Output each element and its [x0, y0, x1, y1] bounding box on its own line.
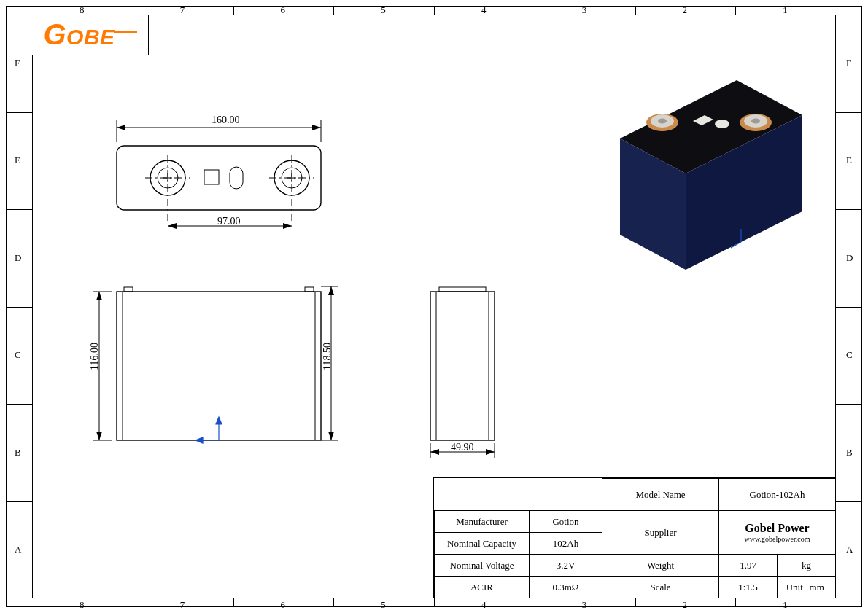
svg-rect-19: [230, 167, 243, 189]
svg-rect-29: [124, 287, 133, 292]
zone-row-right: A: [846, 544, 853, 555]
zone-row-right: E: [846, 155, 852, 166]
zone-col-top: 8: [80, 4, 85, 16]
front-view: [86, 277, 349, 459]
dim-top-length: 160.00: [212, 114, 240, 126]
svg-rect-43: [439, 287, 486, 292]
svg-marker-49: [430, 449, 439, 455]
model-name-label: Model Name: [602, 479, 719, 511]
svg-point-59: [751, 119, 760, 124]
nominal-capacity: 102Ah: [530, 533, 602, 555]
zone-col-bottom: 7: [180, 599, 185, 611]
zone-row-right: F: [846, 58, 851, 69]
dim-depth: 49.90: [451, 442, 474, 453]
supplier-cell: Gobel Power www.gobelpower.com: [719, 511, 836, 555]
scale: 1:1.5: [719, 577, 778, 598]
weight-label: Weight: [602, 555, 719, 577]
nominal-capacity-label: Nominal Capacity: [435, 533, 530, 555]
svg-marker-36: [195, 437, 203, 443]
svg-rect-30: [305, 287, 314, 292]
zone-col-bottom: 4: [481, 599, 487, 611]
dim-terminal-pitch: 97.00: [217, 216, 241, 227]
logo-box: GOBE: [32, 15, 149, 55]
zone-row-left: E: [15, 155, 20, 166]
dim-side-height: 118.50: [322, 343, 333, 370]
unit-cell: Unitmm: [778, 577, 836, 598]
svg-point-56: [658, 119, 667, 124]
zone-col-top: 5: [381, 4, 386, 16]
zone-row-left: D: [15, 252, 21, 264]
zone-col-bottom: 5: [381, 599, 386, 611]
nominal-voltage: 3.2V: [530, 555, 602, 577]
zone-row-right: D: [846, 252, 853, 264]
svg-rect-18: [204, 170, 219, 184]
zone-col-top: 1: [783, 4, 788, 16]
zone-row-right: B: [846, 447, 853, 458]
supplier-name: Gobel Power: [725, 522, 829, 535]
svg-marker-34: [216, 417, 222, 424]
svg-rect-42: [430, 292, 495, 440]
acir: 0.3mΩ: [530, 577, 602, 598]
zone-col-bottom: 1: [783, 599, 788, 611]
svg-point-61: [715, 120, 729, 128]
svg-marker-40: [328, 286, 334, 295]
nominal-voltage-label: Nominal Voltage: [435, 555, 530, 577]
svg-marker-22: [283, 223, 292, 229]
manufacturer: Gotion: [530, 511, 602, 533]
dim-front-height: 116.00: [89, 343, 101, 370]
title-block: Model Name Gotion-102Ah Manufacturer Got…: [433, 477, 836, 598]
iso-view: [576, 51, 824, 284]
zone-col-bottom: 3: [582, 599, 587, 611]
zone-row-left: B: [15, 447, 21, 458]
svg-marker-50: [486, 449, 495, 455]
zone-row-left: C: [15, 349, 21, 361]
zone-col-bottom: 6: [280, 599, 285, 611]
zone-col-top: 7: [180, 4, 185, 16]
svg-marker-41: [328, 432, 334, 440]
zone-col-top: 4: [481, 4, 487, 16]
brand-logo: GOBE: [43, 18, 136, 51]
zone-col-bottom: 2: [682, 599, 687, 611]
zone-row-right: C: [846, 349, 853, 361]
svg-marker-3: [117, 125, 125, 130]
svg-marker-21: [168, 223, 177, 229]
scale-label: Scale: [602, 577, 719, 598]
svg-marker-26: [96, 292, 102, 300]
svg-marker-27: [96, 432, 102, 440]
zone-col-bottom: 8: [80, 599, 85, 611]
drawing-sheet: /*placeholder*/ GOBE 160.00 97.00: [0, 0, 868, 613]
weight-value: 1.97: [719, 555, 778, 577]
zone-col-top: 6: [280, 4, 285, 16]
zone-col-top: 2: [682, 4, 687, 16]
supplier-label: Supplier: [602, 511, 719, 555]
model-name: Gotion-102Ah: [719, 479, 836, 511]
zone-row-left: F: [15, 58, 20, 69]
manufacturer-label: Manufacturer: [435, 511, 530, 533]
zone-row-left: A: [15, 544, 21, 555]
unit: mm: [805, 582, 829, 593]
acir-label: ACIR: [435, 577, 530, 598]
weight-unit: kg: [778, 555, 836, 577]
unit-label: Unit: [785, 576, 805, 599]
svg-marker-4: [312, 125, 321, 130]
zone-col-top: 3: [582, 4, 587, 16]
supplier-url: www.gobelpower.com: [725, 535, 829, 543]
